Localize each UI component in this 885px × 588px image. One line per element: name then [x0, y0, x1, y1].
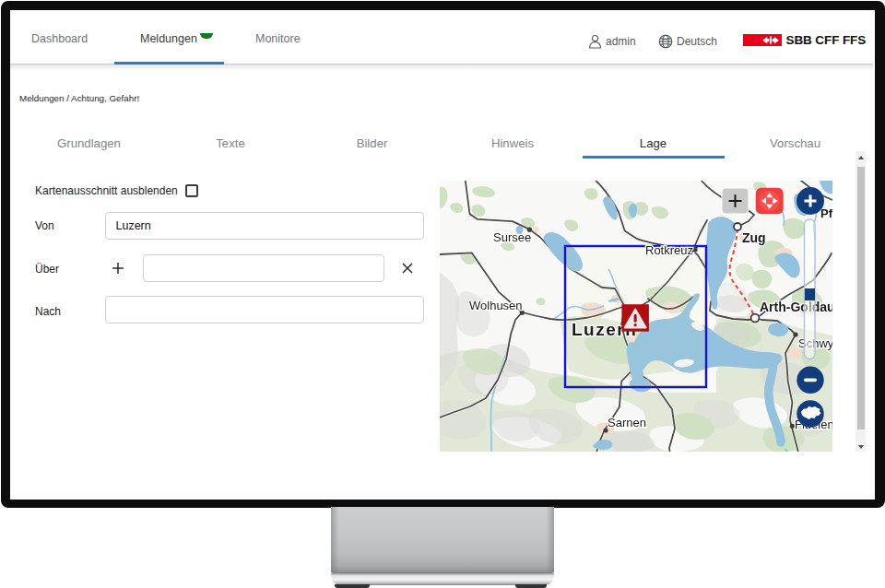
svg-text:Wolhusen: Wolhusen — [469, 299, 523, 312]
svg-text:Rotkreuz: Rotkreuz — [645, 243, 693, 257]
svg-text:Sarnen: Sarnen — [608, 416, 646, 429]
svg-text:Zug: Zug — [742, 230, 766, 245]
svg-text:Arth-Goldau: Arth-Goldau — [760, 300, 832, 314]
svg-text:Sursee: Sursee — [493, 230, 531, 244]
svg-text:Pf: Pf — [820, 206, 832, 220]
